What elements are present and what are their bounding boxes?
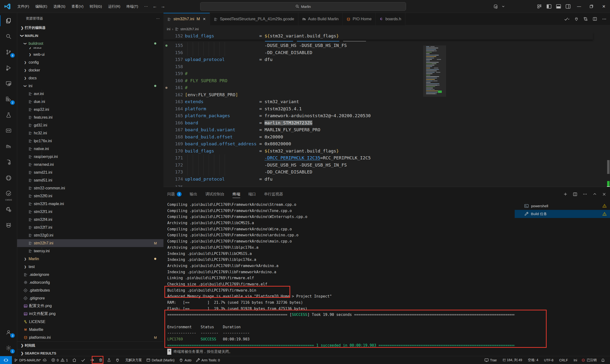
remote-indicator[interactable]: [0, 356, 12, 364]
menu-5[interactable]: 运行(R): [105, 0, 123, 13]
editor-tab-stm32h7.ini[interactable]: stm32h7.iniM✕: [163, 13, 210, 25]
toggle-secondary-sidebar-icon[interactable]: [563, 0, 573, 13]
activity-run-debug-icon[interactable]: [0, 60, 17, 76]
tree-folder-test[interactable]: ❯test: [17, 263, 163, 271]
panel-action-close-icon[interactable]: [602, 192, 606, 196]
terminal-list-item-powershell[interactable]: powershell: [515, 202, 610, 210]
statusbar-problems[interactable]: 01: [49, 356, 70, 364]
activity-platformio-icon[interactable]: [0, 217, 17, 233]
panel-tab-调试控制台[interactable]: 调试控制台: [205, 189, 224, 199]
panel-tab-串行监视器[interactable]: 串行监视器: [264, 189, 283, 199]
activity-source-control-icon[interactable]: 8: [0, 44, 17, 60]
menu-6[interactable]: 终端(T): [123, 0, 141, 13]
window-restore-button[interactable]: [585, 0, 597, 13]
tree-folder-tests[interactable]: ❯tests: [17, 47, 163, 51]
tree-file-stm32h7.ini[interactable]: stm32h7.iniM: [17, 239, 163, 247]
tree-file-.gitattributes[interactable]: .gitattributes: [17, 286, 163, 294]
scrollbar-thumb[interactable]: [607, 160, 610, 174]
editor-action-more-icon[interactable]: [602, 17, 607, 21]
menu-overflow[interactable]: ···: [141, 4, 151, 9]
tab-close-icon[interactable]: ✕: [203, 17, 206, 21]
statusbar-pio-build-check[interactable]: [79, 356, 88, 364]
tree-folder-web-ui[interactable]: ❯web-ui: [17, 51, 163, 58]
editor-action-plug-icon[interactable]: [574, 17, 579, 21]
tree-file-teensy.ini[interactable]: teensy.ini: [17, 247, 163, 255]
tree-file-raspberrypi.ini[interactable]: raspberrypi.ini: [17, 153, 163, 161]
activity-auto-build-marlin-icon[interactable]: [0, 139, 17, 154]
statusbar-notifications[interactable]: [599, 356, 607, 364]
copilot-dropdown-icon[interactable]: [500, 0, 506, 13]
activity-account-icon[interactable]: 3: [0, 325, 17, 340]
panel-tab-问题[interactable]: 问题1: [167, 189, 182, 199]
breadcrumb-folder[interactable]: ini: [167, 27, 170, 31]
tree-file-avr.ini[interactable]: avr.ini: [17, 90, 163, 98]
activity-cmsis-icon[interactable]: CMSIS: [0, 186, 17, 202]
editor-tab-boards.h[interactable]: Cboards.h: [376, 13, 405, 25]
tree-file-stm32f1-maple.ini[interactable]: stm32f1-maple.ini: [17, 200, 163, 208]
tree-file-hc32.ini[interactable]: hc32.ini: [17, 129, 163, 137]
nav-forward-icon[interactable]: →: [159, 4, 167, 9]
tree-file-samd21.ini[interactable]: samd21.ini: [17, 169, 163, 176]
statusbar-pio-env[interactable]: Default (Marlin): [144, 356, 177, 364]
menu-1[interactable]: 编辑(E): [32, 0, 50, 13]
open-editors-section[interactable]: ❯打开的编辑器: [17, 24, 163, 32]
minimap-slider[interactable]: [423, 46, 446, 97]
tree-file-features.ini[interactable]: features.ini: [17, 113, 163, 121]
code-editor[interactable]: 152build_flags = ${stm32_variant.build_f…: [163, 32, 610, 187]
tree-file-esp32.ini[interactable]: esp32.ini: [17, 105, 163, 113]
copilot-icon[interactable]: [491, 0, 500, 13]
tree-file-stm32f4.ini[interactable]: stm32f4.ini: [17, 216, 163, 223]
explorer-actions-more-icon[interactable]: ···: [156, 16, 160, 20]
activity-project-tasks-icon[interactable]: [0, 154, 17, 170]
tree-file-stm32g0.ini[interactable]: stm32g0.ini: [17, 231, 163, 239]
tree-file-platformio.ini[interactable]: platformio.iniM: [17, 334, 163, 341]
statusbar-port-auto[interactable]: Auto: [177, 356, 194, 364]
activity-virtual-display-icon[interactable]: [0, 123, 17, 139]
editor-tab-SpeedTestStructure_PLA_41m29s.gcode[interactable]: SpeedTestStructure_PLA_41m29s.gcode: [210, 13, 298, 25]
menu-4[interactable]: 转到(G): [87, 0, 105, 13]
statusbar-logout[interactable]: 已注销: [579, 356, 599, 364]
tree-file-.editorconfig[interactable]: .editorconfig: [17, 278, 163, 286]
tree-file-.gitignore[interactable]: .gitignore: [17, 294, 163, 302]
statusbar-solution[interactable]: 无解决方案: [122, 356, 144, 364]
statusbar-eol[interactable]: CRLF: [556, 356, 570, 364]
tree-file-Makefile[interactable]: MMakefile: [17, 326, 163, 334]
panel-action-plus-icon[interactable]: [563, 192, 568, 196]
editor-group[interactable]: stm32h7.iniM✕SpeedTestStructure_PLA_41m2…: [163, 13, 610, 187]
terminal-output[interactable]: Compiling .pio\build\LPC1769\FrameworkAr…: [163, 202, 515, 356]
editor-action-compare-changes-icon[interactable]: [583, 17, 588, 21]
activity-explorer-icon[interactable]: [0, 13, 17, 29]
panel-tab-端口[interactable]: 端口: [248, 189, 256, 199]
terminal-list-item-Build 任务[interactable]: Build 任务: [515, 210, 610, 218]
activity-search-icon[interactable]: [0, 29, 17, 44]
tree-folder-ini[interactable]: ❯ini: [17, 82, 163, 90]
tree-folder-buildroot[interactable]: ❯buildroot: [17, 39, 163, 47]
statusbar-pio-clean[interactable]: [96, 356, 105, 364]
activity-device-configurator-icon[interactable]: [0, 202, 17, 217]
tree-file-LICENSE[interactable]: LICENSE: [17, 318, 163, 326]
customize-layout-icon[interactable]: [535, 0, 544, 13]
tree-file-samd51.ini[interactable]: samd51.ini: [17, 176, 163, 184]
breadcrumb[interactable]: ini › stm32h7.ini: [163, 25, 610, 32]
statusbar-pio-test[interactable]: [105, 356, 113, 364]
panel-action-split-editor-icon[interactable]: [573, 192, 577, 196]
tree-folder-Marlin[interactable]: ❯Marlin: [17, 255, 163, 263]
breadcrumb-file[interactable]: stm32h7.ini: [180, 27, 199, 31]
window-minimize-button[interactable]: —: [573, 0, 585, 13]
tree-file-gd32.ini[interactable]: gd32.ini: [17, 121, 163, 129]
tree-file-stm32-common.ini[interactable]: stm32-common.ini: [17, 184, 163, 192]
tree-file-配置文件.png[interactable]: 配置文件.png: [17, 302, 163, 310]
statusbar-pio-upload[interactable]: [88, 356, 96, 364]
tree-file-stm32f7.ini[interactable]: stm32f7.ini: [17, 223, 163, 231]
panel-action-more-icon[interactable]: [583, 192, 587, 196]
tree-file-renamed.ini[interactable]: renamed.ini: [17, 161, 163, 169]
tree-folder-docker[interactable]: ❯docker: [17, 66, 163, 74]
menu-2[interactable]: 选择(S): [50, 0, 68, 13]
panel-tab-输出[interactable]: 输出: [190, 189, 197, 199]
editor-action-run-check-icon[interactable]: [564, 17, 570, 21]
command-center-search[interactable]: Marlin: [200, 2, 406, 11]
tree-folder-config[interactable]: ❯config: [17, 58, 163, 66]
tree-file-native.ini[interactable]: native.ini: [17, 145, 163, 153]
tree-file-stm32f0.ini[interactable]: stm32f0.ini: [17, 192, 163, 200]
statusbar-indentation[interactable]: 空格: 4: [524, 356, 540, 364]
